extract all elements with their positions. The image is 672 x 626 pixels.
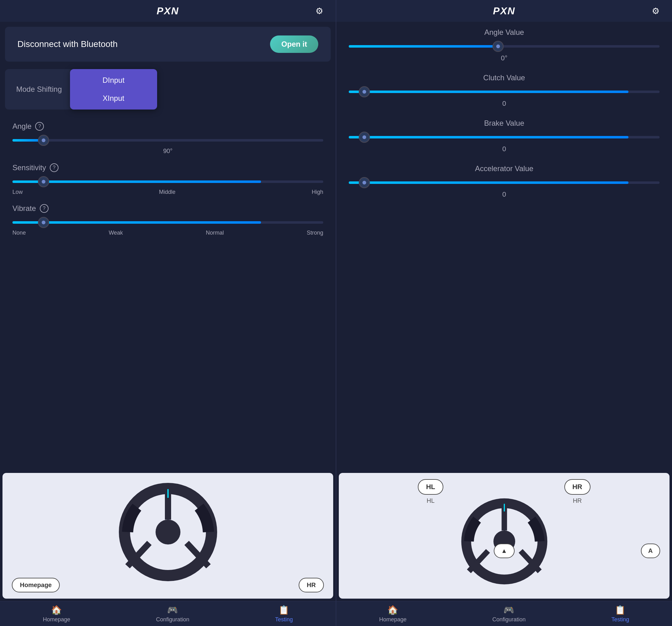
right-testing-icon: 📋 (615, 605, 626, 615)
accelerator-value-track (349, 182, 659, 184)
angle-track (13, 139, 323, 142)
sensitivity-fill (13, 180, 261, 183)
right-nav-homepage-label: Homepage (379, 616, 407, 623)
right-logo: PXN (493, 5, 515, 17)
brake-value-block: Brake Value 0 (349, 119, 659, 153)
right-hr-button[interactable]: HR (565, 479, 591, 495)
clutch-value-label: Clutch Value (349, 73, 659, 82)
testing-icon: 📋 (279, 605, 289, 615)
vibrate-slider[interactable] (13, 218, 323, 227)
accelerator-value-thumb[interactable] (359, 177, 370, 188)
left-nav-configuration[interactable]: 🎮 Configuration (150, 602, 195, 625)
angle-label: Angle ? (13, 122, 323, 131)
right-header: PXN ⚙ (336, 0, 672, 22)
angle-value-num: 0° (349, 54, 659, 62)
mode-section: Mode Shifting DInput XInput (5, 69, 331, 110)
left-wheel-panel: Homepage HR (2, 473, 333, 599)
home-icon: 🏠 (51, 605, 62, 615)
sliders-section: Angle ? 90° Sensitivity ? (5, 116, 331, 251)
angle-value-thumb[interactable] (493, 41, 504, 52)
sensitivity-help-icon[interactable]: ? (50, 163, 58, 172)
right-nav-homepage[interactable]: 🏠 Homepage (373, 602, 413, 625)
brake-value-label: Brake Value (349, 119, 659, 127)
vibrate-label: Vibrate ? (13, 204, 323, 213)
right-bottom-nav: 🏠 Homepage 🎮 Configuration 📋 Testing (336, 601, 672, 626)
right-nav-testing[interactable]: 📋 Testing (605, 602, 635, 625)
angle-thumb[interactable] (38, 135, 49, 146)
right-nav-configuration[interactable]: 🎮 Configuration (486, 602, 532, 625)
left-hl-button[interactable]: Homepage (12, 578, 60, 593)
bluetooth-bar: Disconnect with Bluetooth Open it (5, 27, 331, 62)
hr-label: HR (573, 497, 582, 504)
brake-value-slider[interactable] (349, 133, 659, 142)
mode-option-dinput[interactable]: DInput (76, 72, 151, 88)
left-logo: PXN (157, 5, 179, 17)
vibrate-slider-group: Vibrate ? None Weak Normal Strong (13, 204, 323, 236)
right-nav-testing-label: Testing (611, 616, 629, 623)
sensitivity-thumb[interactable] (38, 176, 49, 187)
sensitivity-marks: Low Middle High (13, 189, 323, 195)
up-button[interactable]: ▲ (494, 544, 515, 558)
sensitivity-slider[interactable] (13, 177, 323, 186)
right-gear-icon[interactable]: ⚙ (652, 6, 659, 16)
left-header: PXN ⚙ (0, 0, 336, 22)
accelerator-value-block: Accelerator Value 0 (349, 164, 659, 198)
accelerator-value-fill (349, 182, 628, 184)
angle-value-label: Angle Value (349, 28, 659, 37)
vibrate-help-icon[interactable]: ? (40, 204, 49, 213)
mode-label: Mode Shifting (5, 69, 73, 110)
angle-value-block: Angle Value 0° (349, 28, 659, 62)
right-config-icon: 🎮 (503, 605, 514, 615)
hr-group: HR HR (565, 479, 591, 504)
brake-value-track (349, 136, 659, 139)
vibrate-track (13, 221, 323, 224)
right-wheel-graphic (461, 498, 548, 585)
left-gear-icon[interactable]: ⚙ (315, 6, 323, 16)
left-hr-button[interactable]: HR (299, 578, 324, 593)
angle-value-track (349, 45, 659, 48)
accelerator-value-label: Accelerator Value (349, 164, 659, 173)
right-hl-button[interactable]: HL (418, 479, 443, 495)
vibrate-marks: None Weak Normal Strong (13, 230, 323, 236)
right-home-icon: 🏠 (387, 605, 398, 615)
brake-value-num: 0 (349, 145, 659, 153)
svg-point-1 (155, 520, 181, 545)
angle-value-slider[interactable] (349, 42, 659, 51)
a-button[interactable]: A (641, 544, 660, 558)
open-bluetooth-button[interactable]: Open it (270, 35, 318, 53)
right-nav-configuration-label: Configuration (492, 616, 526, 623)
angle-slider[interactable] (13, 136, 323, 145)
hl-label: HL (427, 497, 435, 504)
brake-value-fill (349, 136, 628, 139)
hl-group: HL HL (418, 479, 443, 504)
angle-value: 90° (13, 147, 323, 154)
angle-slider-group: Angle ? 90° (13, 122, 323, 154)
clutch-value-fill (349, 91, 628, 93)
clutch-value-thumb[interactable] (359, 86, 370, 97)
left-nav-testing-label: Testing (275, 616, 293, 623)
left-bottom-nav: 🏠 Homepage 🎮 Configuration 📋 Testing (0, 601, 336, 626)
angle-help-icon[interactable]: ? (35, 122, 44, 131)
clutch-value-track (349, 91, 659, 93)
clutch-value-slider[interactable] (349, 87, 659, 96)
left-nav-testing[interactable]: 📋 Testing (269, 602, 299, 625)
right-wheel-panel: HL HL HR HR ▲ A (339, 473, 670, 599)
clutch-value-num: 0 (349, 100, 659, 107)
left-nav-configuration-label: Configuration (156, 616, 189, 623)
angle-value-fill (349, 45, 498, 48)
right-panel: PXN ⚙ Angle Value 0° Clutch Value (336, 0, 672, 626)
left-wheel-graphic (118, 482, 218, 582)
config-icon: 🎮 (167, 605, 178, 615)
mode-option-xinput[interactable]: XInput (76, 90, 151, 106)
sensitivity-label: Sensitivity ? (13, 163, 323, 172)
accelerator-value-num: 0 (349, 190, 659, 198)
sensitivity-track (13, 180, 323, 183)
vibrate-thumb[interactable] (38, 217, 49, 228)
brake-value-thumb[interactable] (359, 131, 370, 143)
mode-dropdown[interactable]: DInput XInput (70, 69, 157, 110)
accelerator-value-slider[interactable] (349, 178, 659, 187)
vibrate-fill (13, 221, 261, 224)
left-panel: PXN ⚙ Disconnect with Bluetooth Open it … (0, 0, 336, 626)
clutch-value-block: Clutch Value 0 (349, 73, 659, 107)
left-nav-homepage[interactable]: 🏠 Homepage (37, 602, 76, 625)
